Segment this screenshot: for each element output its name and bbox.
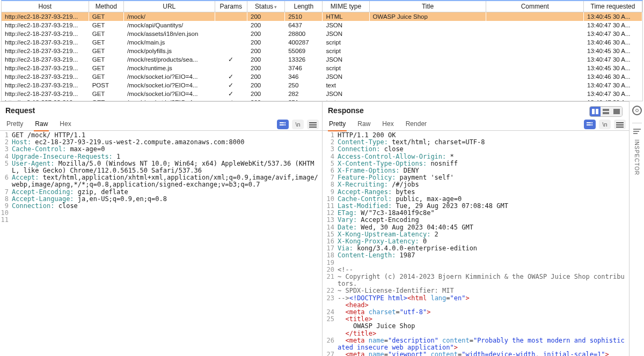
col-time[interactable]: Time requested <box>584 1 642 12</box>
newline-toggle[interactable]: \n <box>599 120 611 129</box>
col-title[interactable]: Title <box>369 1 486 12</box>
table-row[interactable]: http://ec2-18-237-93-219...GET/mock/rest… <box>2 55 642 64</box>
request-pane: Request Pretty Raw Hex \n 1GET /mock/ HT… <box>0 101 322 356</box>
col-mime[interactable]: MIME type <box>323 1 369 12</box>
http-history-table[interactable]: Host Method URL Params Status▾ Length MI… <box>1 0 643 101</box>
table-header-row[interactable]: Host Method URL Params Status▾ Length MI… <box>2 1 642 12</box>
right-rail: INSPECTOR <box>629 101 644 356</box>
menu-icon[interactable] <box>614 120 626 129</box>
table-row[interactable]: http://ec2-18-237-93-219...GET/mock/2002… <box>2 12 642 21</box>
svg-point-8 <box>284 124 286 125</box>
response-body[interactable]: 1HTTP/1.1 200 OK2Content-Type: text/html… <box>323 131 629 356</box>
col-host[interactable]: Host <box>2 1 89 12</box>
col-method[interactable]: Method <box>89 1 123 12</box>
menu-icon[interactable] <box>307 120 319 129</box>
tab-render[interactable]: Render <box>405 118 428 130</box>
col-length[interactable]: Length <box>285 1 323 12</box>
svg-point-11 <box>591 122 592 123</box>
request-body[interactable]: 1GET /mock/ HTTP/1.12Host: ec2-18-237-93… <box>0 131 322 356</box>
col-url[interactable]: URL <box>124 1 215 12</box>
svg-rect-10 <box>587 124 591 125</box>
tab-hex[interactable]: Hex <box>381 118 394 130</box>
tab-pretty[interactable]: Pretty <box>5 118 24 130</box>
request-tabs: Pretty Raw Hex \n <box>0 118 322 131</box>
tab-raw[interactable]: Raw <box>34 118 49 131</box>
response-title: Response <box>323 102 629 118</box>
tab-pretty[interactable]: Pretty <box>328 118 347 131</box>
response-pane: Response Pretty Raw Hex Render \n 1HTTP/… <box>322 101 644 356</box>
svg-rect-9 <box>587 122 591 123</box>
table-row[interactable]: http://ec2-18-237-93-219...GET/mock/api/… <box>2 21 642 29</box>
svg-rect-6 <box>280 124 284 125</box>
col-status[interactable]: Status▾ <box>247 1 285 12</box>
col-comment[interactable]: Comment <box>486 1 584 12</box>
actions-icon[interactable] <box>277 120 289 129</box>
table-row[interactable]: http://ec2-18-237-93-219...GET/mock/asse… <box>2 29 642 38</box>
table-row[interactable]: http://ec2-18-237-93-219...POST/mock/soc… <box>2 81 642 90</box>
actions-icon[interactable] <box>584 120 596 129</box>
svg-rect-5 <box>280 122 284 123</box>
tab-hex[interactable]: Hex <box>58 118 72 130</box>
newline-toggle[interactable]: \n <box>292 120 304 129</box>
table-row[interactable]: http://ec2-18-237-93-219...GET/mock/main… <box>2 38 642 47</box>
table-row[interactable]: http://ec2-18-237-93-219...GET/mock/sock… <box>2 72 642 81</box>
svg-point-12 <box>591 124 592 125</box>
request-title: Request <box>0 102 322 118</box>
sort-asc-icon: ▾ <box>274 4 277 10</box>
table-row[interactable]: http://ec2-18-237-93-219...GET/mock/poly… <box>2 47 642 55</box>
svg-point-7 <box>284 122 286 123</box>
gear-icon[interactable] <box>632 106 642 115</box>
table-row[interactable]: http://ec2-18-237-93-219...GET/mock/sock… <box>2 90 642 98</box>
col-params[interactable]: Params <box>215 1 247 12</box>
tab-raw[interactable]: Raw <box>356 118 371 130</box>
response-tabs: Pretty Raw Hex Render \n <box>323 118 629 131</box>
table-row[interactable]: http://ec2-18-237-93-219...GET/mock/runt… <box>2 64 642 72</box>
inspector-label[interactable]: INSPECTOR <box>634 139 640 175</box>
inspector-icon[interactable] <box>633 129 641 134</box>
